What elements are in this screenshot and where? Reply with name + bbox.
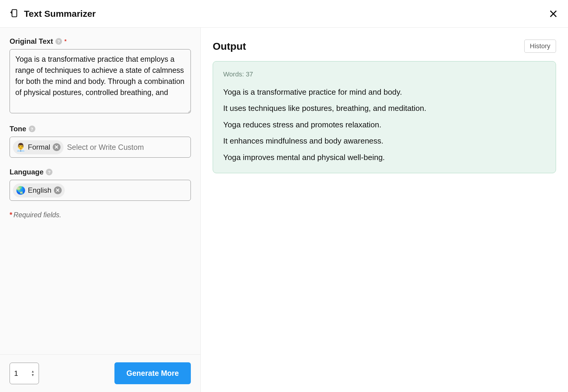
- chevron-up-icon[interactable]: ▲: [31, 370, 34, 373]
- language-label-row: Language ?: [10, 168, 191, 176]
- header-left: Text Summarizer: [10, 8, 96, 19]
- app-header: Text Summarizer: [0, 0, 568, 28]
- output-line: Yoga reduces stress and promotes relaxat…: [223, 119, 546, 130]
- help-icon[interactable]: ?: [46, 169, 52, 175]
- original-text-label: Original Text: [10, 37, 53, 46]
- language-label: Language: [10, 168, 43, 176]
- tone-input[interactable]: 👨‍💼 Formal ✕: [10, 137, 191, 158]
- generate-more-button[interactable]: Generate More: [114, 362, 191, 384]
- count-stepper[interactable]: 1 ▲ ▼: [10, 363, 39, 384]
- left-footer: 1 ▲ ▼ Generate More: [0, 354, 200, 392]
- tone-field: Tone ? 👨‍💼 Formal ✕: [10, 125, 191, 158]
- globe-icon: 🌏: [16, 186, 25, 195]
- output-header: Output History: [213, 40, 556, 53]
- output-line: Yoga improves mental and physical well-b…: [223, 152, 546, 163]
- main-content: Original Text ? * Tone ? 👨‍💼 Formal ✕: [0, 28, 568, 392]
- app-title: Text Summarizer: [24, 9, 96, 19]
- required-note: *Required fields.: [10, 211, 191, 219]
- output-card: Words: 37 Yoga is a transformative pract…: [213, 61, 556, 173]
- stepper-arrows: ▲ ▼: [31, 370, 34, 377]
- required-star-icon: *: [10, 211, 12, 219]
- remove-tone-chip-icon[interactable]: ✕: [53, 143, 61, 151]
- form-area: Original Text ? * Tone ? 👨‍💼 Formal ✕: [0, 28, 200, 354]
- language-chip-english: 🌏 English ✕: [13, 183, 65, 197]
- language-input[interactable]: 🌏 English ✕: [10, 180, 191, 201]
- language-field: Language ? 🌏 English ✕: [10, 168, 191, 201]
- count-value: 1: [14, 369, 18, 378]
- help-icon[interactable]: ?: [29, 126, 35, 132]
- tone-custom-input[interactable]: [67, 143, 188, 152]
- left-panel: Original Text ? * Tone ? 👨‍💼 Formal ✕: [0, 28, 201, 392]
- language-chip-label: English: [28, 186, 52, 195]
- output-line: It enhances mindfulness and body awarene…: [223, 135, 546, 146]
- output-line: It uses techniques like postures, breath…: [223, 103, 546, 114]
- output-lines: Yoga is a transformative practice for mi…: [223, 87, 546, 163]
- original-text-input[interactable]: [10, 49, 191, 113]
- original-text-field: Original Text ? *: [10, 37, 191, 114]
- output-title: Output: [213, 40, 246, 52]
- tone-label: Tone: [10, 125, 26, 133]
- original-text-label-row: Original Text ? *: [10, 37, 191, 46]
- tone-label-row: Tone ?: [10, 125, 191, 133]
- svg-rect-0: [12, 10, 17, 17]
- word-count: Words: 37: [223, 70, 546, 78]
- chevron-down-icon[interactable]: ▼: [31, 373, 34, 377]
- history-button[interactable]: History: [524, 40, 556, 53]
- required-note-text: Required fields.: [13, 211, 61, 219]
- person-suit-icon: 👨‍💼: [16, 143, 25, 152]
- right-panel: Output History Words: 37 Yoga is a trans…: [201, 28, 568, 392]
- tone-chip-label: Formal: [28, 143, 50, 151]
- remove-language-chip-icon[interactable]: ✕: [54, 186, 62, 194]
- required-star-icon: *: [64, 38, 67, 45]
- tone-chip-formal: 👨‍💼 Formal ✕: [13, 140, 64, 154]
- close-icon[interactable]: [548, 9, 558, 19]
- app-icon: [10, 8, 19, 19]
- output-line: Yoga is a transformative practice for mi…: [223, 87, 546, 97]
- help-icon[interactable]: ?: [55, 38, 62, 45]
